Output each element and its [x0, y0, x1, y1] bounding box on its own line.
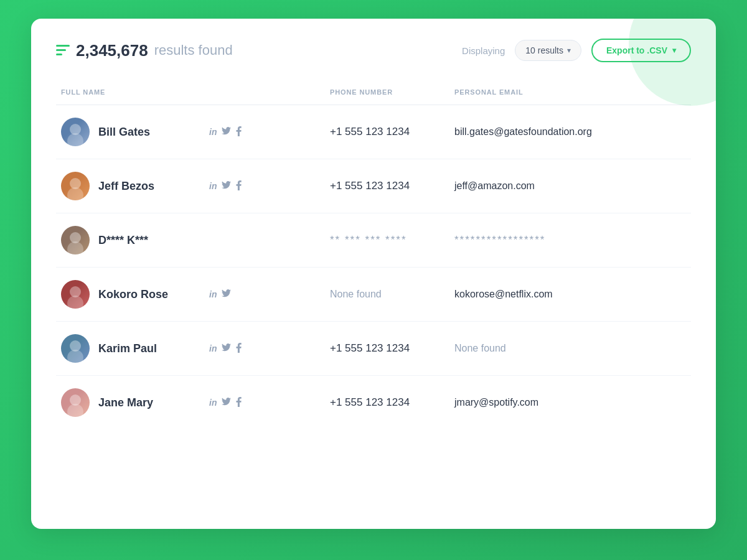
table-row: Bill Gatesin+1 555 123 1234bill.gates@ga… — [56, 105, 691, 159]
phone-value-kokoro-rose: None found — [330, 289, 382, 299]
phone-cell-bill-gates: +1 555 123 1234 — [330, 105, 454, 159]
table-row: Jeff Bezosin+1 555 123 1234jeff@amazon.c… — [56, 159, 691, 213]
displaying-label: Displaying — [462, 45, 505, 56]
phone-cell-kokoro-rose: None found — [330, 268, 454, 322]
person-name-jane-mary: Jane Mary — [98, 396, 198, 409]
social-icons-bill-gates: in — [209, 126, 242, 138]
phone-value-jeff-bezos: +1 555 123 1234 — [330, 180, 410, 192]
in-social-icon-jane-mary[interactable]: in — [209, 398, 217, 408]
name-cell-jeff-bezos: Jeff Bezosin — [56, 159, 330, 213]
name-cell-jane-mary: Jane Maryin — [56, 376, 330, 430]
in-social-icon-jeff-bezos[interactable]: in — [209, 181, 217, 191]
email-cell-karim-paul: None found — [454, 322, 691, 376]
phone-cell-dk: ** *** *** **** — [330, 213, 454, 268]
header-right: Displaying 10 results ▾ Export to .CSV ▾ — [462, 39, 691, 62]
fb-social-icon-jane-mary[interactable] — [236, 397, 242, 409]
avatar-karim-paul — [61, 334, 90, 363]
results-label: results found — [154, 42, 233, 58]
table-header-row: FULL NAME PHONE NUMBER PERSONAL EMAIL — [56, 80, 691, 105]
avatar-jane-mary — [61, 388, 90, 417]
email-value-dk: ***************** — [454, 234, 545, 246]
email-value-bill-gates: bill.gates@gatesfoundation.org — [454, 126, 592, 137]
export-label: Export to .CSV — [606, 45, 667, 55]
social-icons-kokoro-rose: in — [209, 289, 231, 299]
person-name-kokoro-rose: Kokoro Rose — [98, 288, 198, 301]
in-social-icon-karim-paul[interactable]: in — [209, 343, 217, 353]
email-cell-kokoro-rose: kokorose@netflix.com — [454, 268, 691, 322]
svg-rect-2 — [56, 54, 62, 55]
fb-social-icon-bill-gates[interactable] — [236, 126, 242, 138]
phone-value-dk: ** *** *** **** — [330, 234, 407, 246]
results-info: 2,345,678 results found — [56, 41, 233, 60]
avatar-dk — [61, 226, 90, 254]
avatar-kokoro-rose — [61, 280, 90, 309]
person-name-jeff-bezos: Jeff Bezos — [98, 180, 198, 193]
fb-social-icon-jeff-bezos[interactable] — [236, 180, 242, 192]
svg-rect-0 — [56, 45, 70, 47]
person-name-karim-paul: Karim Paul — [98, 342, 198, 355]
phone-cell-karim-paul: +1 555 123 1234 — [330, 322, 454, 376]
avatar-jeff-bezos — [61, 172, 90, 200]
table-row: Jane Maryin+1 555 123 1234jmary@spotify.… — [56, 376, 691, 430]
phone-value-jane-mary: +1 555 123 1234 — [330, 396, 410, 408]
fb-social-icon-karim-paul[interactable] — [236, 343, 242, 355]
filter-icon — [56, 44, 70, 57]
col-header-email: PERSONAL EMAIL — [454, 80, 691, 105]
results-dropdown[interactable]: 10 results ▾ — [515, 40, 581, 61]
email-value-jeff-bezos: jeff@amazon.com — [454, 180, 535, 191]
chevron-down-icon: ▾ — [672, 46, 676, 55]
data-table: FULL NAME PHONE NUMBER PERSONAL EMAIL Bi… — [56, 80, 691, 429]
tw-social-icon-jane-mary[interactable] — [222, 398, 231, 408]
social-icons-karim-paul: in — [209, 343, 242, 355]
in-social-icon-bill-gates[interactable]: in — [209, 127, 217, 137]
avatar-bill-gates — [61, 118, 90, 146]
table-row: D**** K***** *** *** *******************… — [56, 213, 691, 268]
email-cell-jeff-bezos: jeff@amazon.com — [454, 159, 691, 213]
main-card: 2,345,678 results found Displaying 10 re… — [31, 19, 716, 529]
tw-social-icon-kokoro-rose[interactable] — [222, 289, 231, 299]
results-count: 2,345,678 — [76, 41, 148, 60]
col-header-full-name: FULL NAME — [56, 80, 330, 105]
phone-cell-jane-mary: +1 555 123 1234 — [330, 376, 454, 430]
social-icons-jane-mary: in — [209, 397, 242, 409]
results-dropdown-value: 10 results — [525, 45, 563, 55]
name-cell-kokoro-rose: Kokoro Rosein — [56, 268, 330, 322]
svg-rect-1 — [56, 49, 66, 51]
name-cell-dk: D**** K*** — [56, 213, 330, 268]
social-icons-jeff-bezos: in — [209, 180, 242, 192]
in-social-icon-kokoro-rose[interactable]: in — [209, 289, 217, 299]
person-name-bill-gates: Bill Gates — [98, 126, 198, 139]
phone-value-bill-gates: +1 555 123 1234 — [330, 126, 410, 138]
name-cell-bill-gates: Bill Gatesin — [56, 105, 330, 159]
email-value-karim-paul: None found — [454, 343, 506, 353]
tw-social-icon-karim-paul[interactable] — [222, 343, 231, 353]
header-row: 2,345,678 results found Displaying 10 re… — [56, 39, 691, 62]
tw-social-icon-jeff-bezos[interactable] — [222, 181, 231, 191]
email-cell-bill-gates: bill.gates@gatesfoundation.org — [454, 105, 691, 159]
col-header-phone: PHONE NUMBER — [330, 80, 454, 105]
table-row: Karim Paulin+1 555 123 1234None found — [56, 322, 691, 376]
email-cell-jane-mary: jmary@spotify.com — [454, 376, 691, 430]
person-name-dk: D**** K*** — [98, 234, 198, 247]
email-value-jane-mary: jmary@spotify.com — [454, 397, 538, 408]
email-value-kokoro-rose: kokorose@netflix.com — [454, 289, 553, 299]
export-csv-button[interactable]: Export to .CSV ▾ — [591, 39, 691, 62]
chevron-down-icon: ▾ — [567, 46, 571, 55]
name-cell-karim-paul: Karim Paulin — [56, 322, 330, 376]
table-row: Kokoro RoseinNone foundkokorose@netflix.… — [56, 268, 691, 322]
phone-value-karim-paul: +1 555 123 1234 — [330, 342, 410, 354]
email-cell-dk: ***************** — [454, 213, 691, 268]
phone-cell-jeff-bezos: +1 555 123 1234 — [330, 159, 454, 213]
tw-social-icon-bill-gates[interactable] — [222, 127, 231, 137]
